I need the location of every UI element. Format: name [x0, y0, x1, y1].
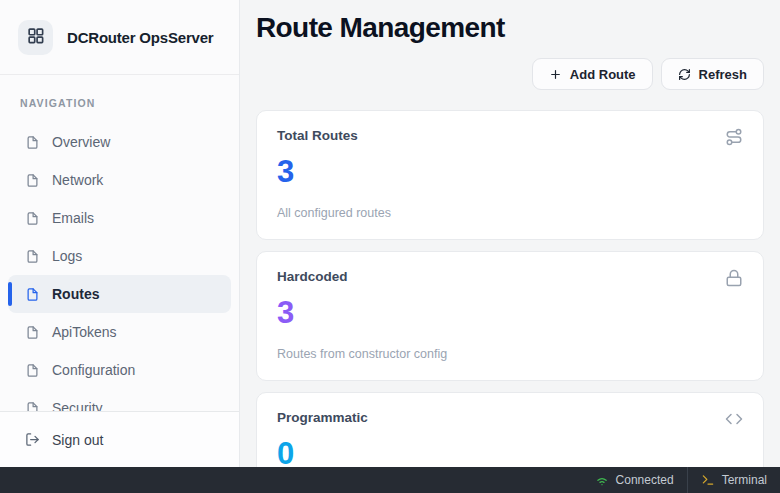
terminal-label: Terminal	[722, 473, 767, 487]
sidebar-item-security[interactable]: Security	[8, 389, 231, 411]
sidebar-item-network[interactable]: Network	[8, 161, 231, 199]
sidebar-item-routes[interactable]: Routes	[8, 275, 231, 313]
file-icon	[25, 173, 40, 188]
sidebar-item-apitokens[interactable]: ApiTokens	[8, 313, 231, 351]
sidebar-item-label: Configuration	[52, 362, 135, 378]
terminal-button[interactable]: Terminal	[688, 467, 780, 493]
page-title: Route Management	[256, 12, 764, 44]
sidebar-item-label: Network	[52, 172, 103, 188]
sign-out-label: Sign out	[52, 432, 103, 448]
sidebar-item-label: Security	[52, 400, 103, 411]
refresh-button[interactable]: Refresh	[661, 58, 764, 90]
stat-cards: Total Routes 3 All configured routes Har…	[256, 110, 764, 467]
card-total-routes: Total Routes 3 All configured routes	[256, 110, 764, 240]
file-icon	[25, 401, 40, 412]
card-programmatic: Programmatic 0	[256, 392, 764, 467]
sidebar-header: DCRouter OpsServer	[0, 0, 239, 75]
status-bar: Connected Terminal	[0, 467, 780, 493]
sidebar-item-label: Overview	[52, 134, 110, 150]
grid-icon	[26, 26, 45, 49]
nav-section-label: NAVIGATION	[20, 97, 231, 109]
main-content: Route Management Add Route Refresh Total…	[240, 0, 780, 467]
card-subtitle: All configured routes	[277, 206, 743, 220]
wifi-icon	[595, 473, 609, 487]
card-hardcoded: Hardcoded 3 Routes from constructor conf…	[256, 251, 764, 381]
plus-icon	[549, 68, 562, 81]
code-icon	[725, 410, 743, 428]
file-icon	[25, 325, 40, 340]
file-icon	[25, 363, 40, 378]
file-icon	[25, 211, 40, 226]
card-title: Programmatic	[277, 410, 368, 425]
file-icon	[25, 287, 40, 302]
app-window: DCRouter OpsServer NAVIGATION Overview N…	[0, 0, 780, 493]
refresh-label: Refresh	[699, 67, 747, 82]
file-icon	[25, 135, 40, 150]
add-route-button[interactable]: Add Route	[532, 58, 653, 90]
sidebar-item-overview[interactable]: Overview	[8, 123, 231, 161]
connection-status: Connected	[582, 467, 687, 493]
card-title: Total Routes	[277, 128, 358, 143]
add-route-label: Add Route	[570, 67, 636, 82]
route-icon	[725, 128, 743, 146]
sidebar-nav: NAVIGATION Overview Network Emails Logs	[0, 75, 239, 411]
connection-status-label: Connected	[616, 473, 674, 487]
card-value: 3	[277, 296, 743, 330]
card-value: 0	[277, 437, 743, 467]
sidebar-item-label: Routes	[52, 286, 99, 302]
sidebar-item-label: Emails	[52, 210, 94, 226]
body-row: DCRouter OpsServer NAVIGATION Overview N…	[0, 0, 780, 467]
toolbar: Add Route Refresh	[256, 58, 764, 90]
card-title: Hardcoded	[277, 269, 348, 284]
sign-out-button[interactable]: Sign out	[0, 411, 239, 467]
card-value: 3	[277, 155, 743, 189]
app-logo	[18, 20, 53, 55]
terminal-icon	[701, 473, 715, 487]
logout-icon	[25, 432, 40, 447]
app-title: DCRouter OpsServer	[67, 29, 213, 46]
sidebar: DCRouter OpsServer NAVIGATION Overview N…	[0, 0, 240, 467]
sidebar-item-emails[interactable]: Emails	[8, 199, 231, 237]
sidebar-item-label: ApiTokens	[52, 324, 117, 340]
file-icon	[25, 249, 40, 264]
refresh-icon	[678, 68, 691, 81]
sidebar-item-logs[interactable]: Logs	[8, 237, 231, 275]
card-subtitle: Routes from constructor config	[277, 347, 743, 361]
sidebar-item-label: Logs	[52, 248, 82, 264]
lock-icon	[725, 269, 743, 287]
sidebar-item-configuration[interactable]: Configuration	[8, 351, 231, 389]
